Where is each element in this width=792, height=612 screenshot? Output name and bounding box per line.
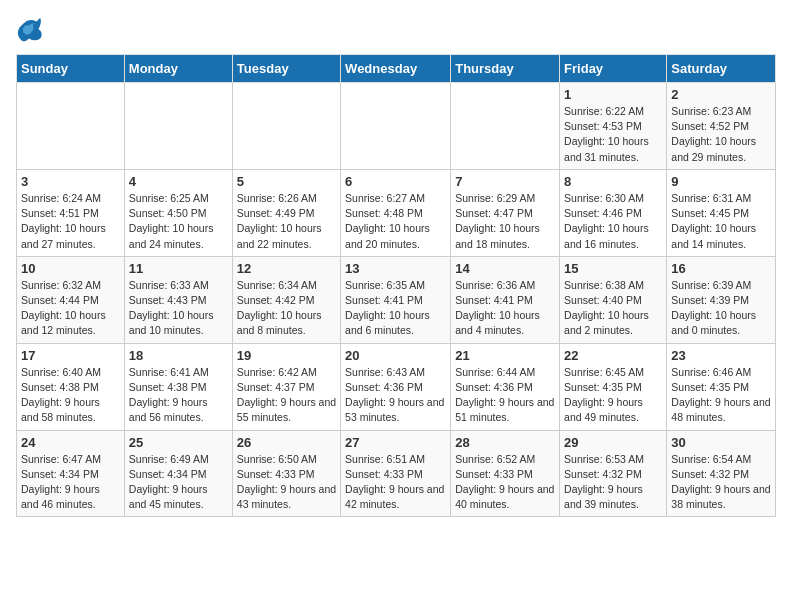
calendar-table: SundayMondayTuesdayWednesdayThursdayFrid…: [16, 54, 776, 517]
day-number: 5: [237, 174, 336, 189]
day-number: 20: [345, 348, 446, 363]
day-number: 15: [564, 261, 662, 276]
day-number: 28: [455, 435, 555, 450]
day-info: Sunrise: 6:36 AM Sunset: 4:41 PM Dayligh…: [455, 278, 555, 339]
calendar-cell: 27Sunrise: 6:51 AM Sunset: 4:33 PM Dayli…: [341, 430, 451, 517]
day-info: Sunrise: 6:24 AM Sunset: 4:51 PM Dayligh…: [21, 191, 120, 252]
day-info: Sunrise: 6:25 AM Sunset: 4:50 PM Dayligh…: [129, 191, 228, 252]
calendar-cell: 21Sunrise: 6:44 AM Sunset: 4:36 PM Dayli…: [451, 343, 560, 430]
calendar-cell: 15Sunrise: 6:38 AM Sunset: 4:40 PM Dayli…: [560, 256, 667, 343]
calendar-cell: 20Sunrise: 6:43 AM Sunset: 4:36 PM Dayli…: [341, 343, 451, 430]
day-info: Sunrise: 6:54 AM Sunset: 4:32 PM Dayligh…: [671, 452, 771, 513]
calendar-cell: 25Sunrise: 6:49 AM Sunset: 4:34 PM Dayli…: [124, 430, 232, 517]
day-number: 11: [129, 261, 228, 276]
day-header-wednesday: Wednesday: [341, 55, 451, 83]
day-info: Sunrise: 6:33 AM Sunset: 4:43 PM Dayligh…: [129, 278, 228, 339]
day-info: Sunrise: 6:45 AM Sunset: 4:35 PM Dayligh…: [564, 365, 662, 426]
day-info: Sunrise: 6:49 AM Sunset: 4:34 PM Dayligh…: [129, 452, 228, 513]
day-header-monday: Monday: [124, 55, 232, 83]
day-info: Sunrise: 6:41 AM Sunset: 4:38 PM Dayligh…: [129, 365, 228, 426]
day-number: 9: [671, 174, 771, 189]
day-info: Sunrise: 6:42 AM Sunset: 4:37 PM Dayligh…: [237, 365, 336, 426]
calendar-cell: 28Sunrise: 6:52 AM Sunset: 4:33 PM Dayli…: [451, 430, 560, 517]
day-header-tuesday: Tuesday: [232, 55, 340, 83]
calendar-cell: 18Sunrise: 6:41 AM Sunset: 4:38 PM Dayli…: [124, 343, 232, 430]
calendar-week-row: 24Sunrise: 6:47 AM Sunset: 4:34 PM Dayli…: [17, 430, 776, 517]
day-info: Sunrise: 6:50 AM Sunset: 4:33 PM Dayligh…: [237, 452, 336, 513]
day-header-saturday: Saturday: [667, 55, 776, 83]
calendar-cell: 1Sunrise: 6:22 AM Sunset: 4:53 PM Daylig…: [560, 83, 667, 170]
day-info: Sunrise: 6:47 AM Sunset: 4:34 PM Dayligh…: [21, 452, 120, 513]
day-number: 25: [129, 435, 228, 450]
calendar-cell: [341, 83, 451, 170]
logo-icon: [16, 16, 44, 44]
day-info: Sunrise: 6:35 AM Sunset: 4:41 PM Dayligh…: [345, 278, 446, 339]
day-number: 10: [21, 261, 120, 276]
day-info: Sunrise: 6:39 AM Sunset: 4:39 PM Dayligh…: [671, 278, 771, 339]
day-number: 8: [564, 174, 662, 189]
calendar-cell: [232, 83, 340, 170]
day-number: 18: [129, 348, 228, 363]
calendar-cell: 2Sunrise: 6:23 AM Sunset: 4:52 PM Daylig…: [667, 83, 776, 170]
day-info: Sunrise: 6:43 AM Sunset: 4:36 PM Dayligh…: [345, 365, 446, 426]
calendar-cell: 12Sunrise: 6:34 AM Sunset: 4:42 PM Dayli…: [232, 256, 340, 343]
calendar-cell: 17Sunrise: 6:40 AM Sunset: 4:38 PM Dayli…: [17, 343, 125, 430]
day-number: 19: [237, 348, 336, 363]
calendar-cell: 23Sunrise: 6:46 AM Sunset: 4:35 PM Dayli…: [667, 343, 776, 430]
day-number: 1: [564, 87, 662, 102]
day-info: Sunrise: 6:53 AM Sunset: 4:32 PM Dayligh…: [564, 452, 662, 513]
calendar-week-row: 10Sunrise: 6:32 AM Sunset: 4:44 PM Dayli…: [17, 256, 776, 343]
calendar-cell: 29Sunrise: 6:53 AM Sunset: 4:32 PM Dayli…: [560, 430, 667, 517]
calendar-cell: 30Sunrise: 6:54 AM Sunset: 4:32 PM Dayli…: [667, 430, 776, 517]
page-header: [16, 16, 776, 44]
day-info: Sunrise: 6:51 AM Sunset: 4:33 PM Dayligh…: [345, 452, 446, 513]
day-number: 6: [345, 174, 446, 189]
day-info: Sunrise: 6:27 AM Sunset: 4:48 PM Dayligh…: [345, 191, 446, 252]
day-number: 12: [237, 261, 336, 276]
day-number: 22: [564, 348, 662, 363]
day-info: Sunrise: 6:26 AM Sunset: 4:49 PM Dayligh…: [237, 191, 336, 252]
calendar-cell: [124, 83, 232, 170]
day-info: Sunrise: 6:46 AM Sunset: 4:35 PM Dayligh…: [671, 365, 771, 426]
day-number: 29: [564, 435, 662, 450]
calendar-cell: 5Sunrise: 6:26 AM Sunset: 4:49 PM Daylig…: [232, 169, 340, 256]
day-number: 13: [345, 261, 446, 276]
calendar-cell: 3Sunrise: 6:24 AM Sunset: 4:51 PM Daylig…: [17, 169, 125, 256]
day-info: Sunrise: 6:52 AM Sunset: 4:33 PM Dayligh…: [455, 452, 555, 513]
calendar-cell: 6Sunrise: 6:27 AM Sunset: 4:48 PM Daylig…: [341, 169, 451, 256]
logo: [16, 16, 48, 44]
day-info: Sunrise: 6:23 AM Sunset: 4:52 PM Dayligh…: [671, 104, 771, 165]
day-number: 14: [455, 261, 555, 276]
day-info: Sunrise: 6:30 AM Sunset: 4:46 PM Dayligh…: [564, 191, 662, 252]
day-info: Sunrise: 6:44 AM Sunset: 4:36 PM Dayligh…: [455, 365, 555, 426]
day-number: 21: [455, 348, 555, 363]
day-number: 16: [671, 261, 771, 276]
day-number: 27: [345, 435, 446, 450]
day-number: 3: [21, 174, 120, 189]
day-header-friday: Friday: [560, 55, 667, 83]
calendar-cell: 11Sunrise: 6:33 AM Sunset: 4:43 PM Dayli…: [124, 256, 232, 343]
day-info: Sunrise: 6:40 AM Sunset: 4:38 PM Dayligh…: [21, 365, 120, 426]
day-number: 17: [21, 348, 120, 363]
day-number: 24: [21, 435, 120, 450]
day-info: Sunrise: 6:32 AM Sunset: 4:44 PM Dayligh…: [21, 278, 120, 339]
calendar-cell: 26Sunrise: 6:50 AM Sunset: 4:33 PM Dayli…: [232, 430, 340, 517]
calendar-cell: [451, 83, 560, 170]
calendar-week-row: 17Sunrise: 6:40 AM Sunset: 4:38 PM Dayli…: [17, 343, 776, 430]
calendar-cell: 9Sunrise: 6:31 AM Sunset: 4:45 PM Daylig…: [667, 169, 776, 256]
day-header-sunday: Sunday: [17, 55, 125, 83]
day-number: 7: [455, 174, 555, 189]
calendar-cell: 7Sunrise: 6:29 AM Sunset: 4:47 PM Daylig…: [451, 169, 560, 256]
calendar-week-row: 1Sunrise: 6:22 AM Sunset: 4:53 PM Daylig…: [17, 83, 776, 170]
day-header-thursday: Thursday: [451, 55, 560, 83]
day-info: Sunrise: 6:38 AM Sunset: 4:40 PM Dayligh…: [564, 278, 662, 339]
calendar-cell: [17, 83, 125, 170]
calendar-cell: 19Sunrise: 6:42 AM Sunset: 4:37 PM Dayli…: [232, 343, 340, 430]
calendar-cell: 13Sunrise: 6:35 AM Sunset: 4:41 PM Dayli…: [341, 256, 451, 343]
day-info: Sunrise: 6:29 AM Sunset: 4:47 PM Dayligh…: [455, 191, 555, 252]
calendar-week-row: 3Sunrise: 6:24 AM Sunset: 4:51 PM Daylig…: [17, 169, 776, 256]
calendar-cell: 16Sunrise: 6:39 AM Sunset: 4:39 PM Dayli…: [667, 256, 776, 343]
calendar-header-row: SundayMondayTuesdayWednesdayThursdayFrid…: [17, 55, 776, 83]
day-number: 4: [129, 174, 228, 189]
day-info: Sunrise: 6:22 AM Sunset: 4:53 PM Dayligh…: [564, 104, 662, 165]
